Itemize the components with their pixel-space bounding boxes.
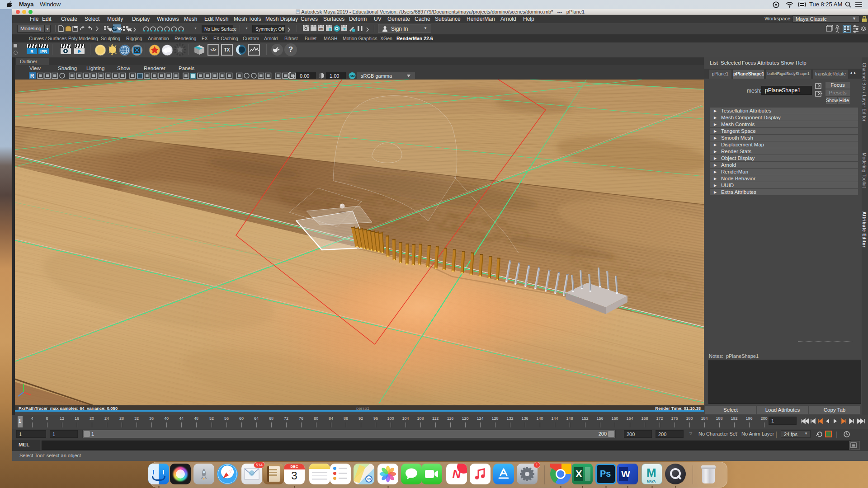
svg-text:0.00: 0.00: [300, 73, 309, 79]
svg-text:R: R: [30, 73, 34, 79]
svg-text:1.00: 1.00: [330, 73, 339, 79]
svg-text:GM: GM: [349, 75, 354, 78]
svg-text:IPR: IPR: [319, 28, 323, 30]
svg-text:sRGB gamma: sRGB gamma: [361, 73, 392, 79]
